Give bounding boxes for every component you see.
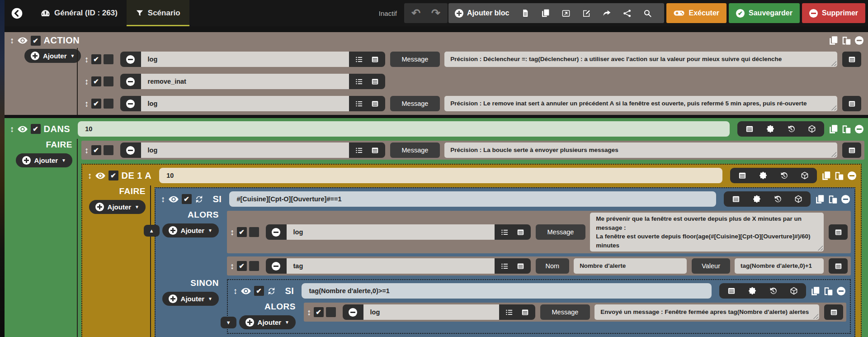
command-input[interactable]: log bbox=[287, 224, 495, 240]
list-icon[interactable] bbox=[355, 100, 363, 108]
refresh-icon[interactable] bbox=[267, 287, 276, 295]
sinon-ajouter-button[interactable]: Ajouter ▼ bbox=[162, 292, 219, 306]
command-input[interactable]: log bbox=[363, 304, 499, 320]
expression-list-button[interactable] bbox=[842, 52, 861, 67]
command-input[interactable]: log bbox=[141, 96, 349, 111]
action-enabled-checkbox[interactable]: ✔ bbox=[31, 36, 41, 46]
remove-row-button[interactable] bbox=[120, 52, 141, 67]
history-icon[interactable] bbox=[787, 125, 795, 133]
de1a-enabled-checkbox[interactable]: ✔ bbox=[108, 171, 118, 180]
resize-handle[interactable] bbox=[830, 104, 836, 110]
copy-icon[interactable] bbox=[829, 36, 838, 45]
graph-links-icon[interactable] bbox=[617, 9, 637, 18]
remove-block-icon[interactable] bbox=[837, 287, 845, 295]
drag-handle-icon[interactable]: ↕ bbox=[85, 55, 89, 64]
valeur-input[interactable]: tag(Nombre d'alerte,0)+1 bbox=[735, 258, 824, 274]
drag-handle-icon[interactable]: ↕ bbox=[10, 36, 14, 45]
puzzle-icon[interactable] bbox=[766, 125, 774, 133]
eye-icon[interactable] bbox=[95, 172, 105, 179]
paste-icon[interactable] bbox=[842, 124, 851, 134]
message-input[interactable]: Me prévenir que la fenêtre est ouverte d… bbox=[590, 213, 824, 252]
remove-row-button[interactable] bbox=[343, 304, 363, 320]
de1a-faire-ajouter-button[interactable]: Ajouter ▼ bbox=[89, 200, 146, 214]
refresh-icon[interactable] bbox=[195, 195, 203, 204]
message-input[interactable]: Précision : La boucle serte à envoyer pl… bbox=[444, 142, 837, 158]
row-background-checkbox[interactable] bbox=[104, 54, 113, 64]
row-enabled-checkbox[interactable]: ✔ bbox=[237, 227, 247, 237]
dans-value-input[interactable]: 10 bbox=[78, 121, 730, 137]
table-icon[interactable] bbox=[517, 262, 524, 270]
expression-list-button[interactable] bbox=[829, 258, 848, 274]
remove-block-icon[interactable] bbox=[855, 36, 863, 45]
cube-icon[interactable] bbox=[801, 171, 809, 180]
message-input[interactable]: Précision : Déclencheur =: tag(Déclenche… bbox=[444, 52, 837, 67]
table-icon[interactable] bbox=[732, 195, 740, 203]
copy-icon[interactable] bbox=[815, 195, 825, 204]
action-ajouter-button[interactable]: Ajouter ▼ bbox=[24, 49, 81, 63]
cube-icon[interactable] bbox=[790, 287, 798, 295]
dans-faire-ajouter-button[interactable]: Ajouter ▼ bbox=[16, 153, 72, 167]
template-file-icon[interactable] bbox=[515, 9, 535, 18]
history-icon[interactable] bbox=[774, 195, 782, 203]
eye-icon[interactable] bbox=[241, 288, 251, 294]
dans-enabled-checkbox[interactable]: ✔ bbox=[31, 124, 41, 134]
si2-condition-input[interactable]: tag(Nombre d'alerte,0)>=1 bbox=[302, 283, 712, 299]
row-background-checkbox[interactable] bbox=[104, 145, 113, 155]
eye-icon[interactable] bbox=[18, 37, 28, 44]
drag-handle-icon[interactable]: ↕ bbox=[88, 171, 92, 180]
copy-icon[interactable] bbox=[821, 171, 831, 180]
row-enabled-checkbox[interactable]: ✔ bbox=[91, 145, 101, 155]
eye-icon[interactable] bbox=[169, 196, 179, 203]
paste-icon[interactable] bbox=[835, 171, 844, 180]
si2-alors-ajouter-button[interactable]: Ajouter ▼ bbox=[239, 315, 296, 329]
drag-handle-icon[interactable]: ↕ bbox=[161, 195, 165, 204]
row-background-checkbox[interactable] bbox=[104, 99, 113, 109]
share-icon[interactable] bbox=[597, 9, 617, 18]
remove-row-button[interactable] bbox=[266, 224, 287, 240]
table-icon[interactable] bbox=[738, 171, 746, 180]
expression-list-button[interactable] bbox=[842, 96, 861, 111]
search-icon[interactable] bbox=[637, 9, 658, 18]
delete-button[interactable]: Supprimer bbox=[802, 3, 865, 23]
row-enabled-checkbox[interactable]: ✔ bbox=[91, 76, 101, 86]
message-input[interactable]: Précision : Le remove inat sert à annule… bbox=[444, 96, 837, 111]
command-input[interactable]: log bbox=[141, 52, 349, 67]
table-icon[interactable] bbox=[371, 100, 379, 108]
cube-icon[interactable] bbox=[808, 125, 816, 133]
drag-handle-icon[interactable]: ↕ bbox=[85, 100, 89, 108]
expression-list-button[interactable] bbox=[824, 304, 843, 320]
row-background-checkbox[interactable] bbox=[249, 261, 259, 271]
paste-icon[interactable] bbox=[842, 36, 851, 45]
remove-block-icon[interactable] bbox=[841, 195, 850, 204]
remove-block-icon[interactable] bbox=[848, 171, 856, 180]
drag-handle-icon[interactable]: ↕ bbox=[307, 308, 311, 317]
si2-enabled-checkbox[interactable]: ✔ bbox=[254, 286, 264, 296]
nom-input[interactable]: Nombre d'alerte bbox=[574, 258, 687, 274]
row-background-checkbox[interactable] bbox=[104, 76, 113, 86]
remove-block-icon[interactable] bbox=[855, 125, 863, 133]
puzzle-icon[interactable] bbox=[753, 195, 761, 203]
si1-condition-input[interactable]: #[Cuisine][Cpt-O][Ouverture]#==1 bbox=[229, 191, 716, 207]
remove-row-button[interactable] bbox=[120, 96, 141, 111]
command-input[interactable]: tag bbox=[287, 258, 495, 274]
drag-handle-icon[interactable]: ↕ bbox=[233, 287, 238, 295]
list-icon[interactable] bbox=[505, 309, 513, 316]
message-input[interactable]: Envoyé un message : Fenêtre fermée apres… bbox=[594, 304, 819, 320]
eye-icon[interactable] bbox=[18, 126, 28, 133]
list-icon[interactable] bbox=[501, 228, 509, 236]
row-enabled-checkbox[interactable]: ✔ bbox=[91, 99, 101, 109]
resize-handle[interactable] bbox=[830, 151, 836, 157]
drag-handle-icon[interactable]: ↕ bbox=[230, 262, 235, 271]
puzzle-icon[interactable] bbox=[748, 287, 756, 295]
save-button[interactable]: ✔ Sauvegarder bbox=[729, 3, 800, 23]
table-icon[interactable] bbox=[517, 228, 524, 236]
add-block-button[interactable]: Ajouter bloc bbox=[455, 9, 515, 18]
list-icon[interactable] bbox=[501, 262, 509, 270]
cube-icon[interactable] bbox=[794, 195, 802, 203]
table-icon[interactable] bbox=[521, 309, 529, 316]
command-input[interactable]: remove_inat bbox=[141, 74, 349, 89]
remove-row-button[interactable] bbox=[120, 74, 141, 89]
copy-icon[interactable] bbox=[811, 286, 820, 296]
tab-general[interactable]: Général (ID : 263) bbox=[32, 0, 127, 26]
table-icon[interactable] bbox=[745, 125, 754, 133]
